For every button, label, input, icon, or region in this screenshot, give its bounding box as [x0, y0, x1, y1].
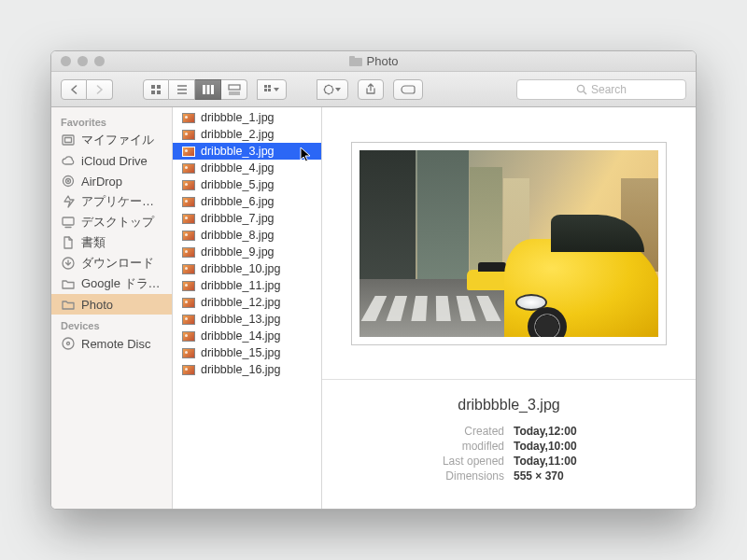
svg-rect-2 [151, 91, 155, 94]
svg-rect-7 [203, 85, 205, 94]
file-name: dribbble_2.jpg [201, 128, 275, 141]
svg-rect-15 [268, 85, 271, 88]
search-field[interactable]: Search [516, 79, 686, 100]
list-view-button[interactable] [169, 79, 195, 100]
sidebar: FavoritesマイファイルiCloud DriveAirDropアプリケー…… [51, 107, 173, 509]
sidebar-item[interactable]: Remote Disc [51, 333, 172, 354]
back-button[interactable] [61, 79, 87, 100]
window-body: FavoritesマイファイルiCloud DriveAirDropアプリケー…… [51, 107, 696, 509]
file-name: dribbble_16.jpg [201, 363, 281, 376]
arrange-button[interactable] [257, 79, 287, 100]
icon-view-button[interactable] [143, 79, 169, 100]
file-name: dribbble_8.jpg [201, 229, 275, 242]
minimize-dot[interactable] [78, 56, 88, 66]
sidebar-item[interactable]: マイファイル [51, 130, 172, 150]
file-name: dribbble_15.jpg [201, 346, 281, 359]
svg-rect-3 [157, 91, 161, 94]
file-thumbnail-icon [182, 247, 195, 258]
file-item[interactable]: dribbble_10.jpg [173, 260, 321, 277]
svg-point-37 [67, 343, 70, 345]
meta-value: Today,11:00 [514, 455, 696, 468]
svg-rect-33 [63, 217, 74, 225]
sidebar-item-label: AirDrop [81, 175, 122, 189]
preview-pane: dribbbble_3.jpg CreatedToday,12:00modifl… [322, 107, 696, 509]
sidebar-item-label: Remote Disc [81, 337, 150, 351]
nav-buttons [61, 79, 113, 100]
file-item[interactable]: dribbble_5.jpg [173, 176, 321, 193]
window-title: Photo [51, 54, 696, 68]
file-thumbnail-icon [182, 130, 195, 140]
folder-icon [61, 297, 76, 312]
action-group [317, 79, 348, 100]
sidebar-section-header: Devices [51, 315, 172, 333]
preview-filename: dribbbble_3.jpg [322, 397, 696, 413]
search-placeholder: Search [591, 83, 627, 96]
sidebar-item[interactable]: AirDrop [51, 171, 172, 191]
svg-rect-1 [157, 85, 161, 89]
file-thumbnail-icon [182, 298, 195, 308]
preview-frame [351, 142, 667, 345]
file-thumbnail-icon [182, 163, 195, 174]
sidebar-item[interactable]: アプリケー… [51, 191, 172, 212]
file-name: dribbble_13.jpg [201, 313, 281, 326]
meta-key: modifled [322, 440, 504, 453]
file-item[interactable]: dribbble_14.jpg [173, 328, 321, 344]
file-list[interactable]: dribbble_1.jpgdribbble_2.jpgdribbble_3.j… [173, 107, 322, 509]
meta-key: Dimensions [322, 469, 504, 483]
sidebar-item[interactable]: Google ドラ… [51, 273, 172, 294]
sidebar-item[interactable]: デスクトップ [51, 212, 172, 232]
window-title-text: Photo [367, 54, 399, 68]
file-item[interactable]: dribbble_16.jpg [173, 361, 321, 378]
svg-rect-16 [268, 89, 271, 91]
svg-rect-0 [151, 85, 155, 89]
tags-button[interactable] [393, 79, 423, 100]
file-item[interactable]: dribbble_15.jpg [173, 344, 321, 361]
share-button[interactable] [358, 79, 384, 100]
sidebar-item[interactable]: ダウンロード [51, 253, 172, 273]
file-thumbnail-icon [182, 147, 195, 157]
file-name: dribbble_14.jpg [201, 329, 281, 343]
file-thumbnail-icon [182, 197, 195, 207]
file-thumbnail-icon [182, 348, 195, 358]
file-thumbnail-icon [182, 214, 195, 224]
close-dot[interactable] [61, 56, 71, 66]
sidebar-item[interactable]: iCloud Drive [51, 150, 172, 171]
file-item[interactable]: dribbble_13.jpg [173, 311, 321, 328]
file-item[interactable]: dribbble_11.jpg [173, 277, 321, 294]
zoom-dot[interactable] [94, 56, 105, 66]
svg-rect-13 [264, 85, 267, 88]
sidebar-item[interactable]: 書類 [51, 232, 172, 253]
action-button[interactable] [317, 79, 348, 100]
svg-point-32 [67, 180, 69, 182]
svg-point-26 [577, 85, 584, 91]
meta-value: Today,10:00 [514, 440, 696, 453]
disc-icon [61, 336, 76, 351]
meta-key: Last opened [322, 455, 504, 468]
file-name: dribbble_9.jpg [201, 245, 275, 259]
coverflow-view-button[interactable] [221, 79, 247, 100]
sidebar-item[interactable]: Photo [51, 294, 172, 315]
file-item[interactable]: dribbble_2.jpg [173, 126, 321, 143]
file-item[interactable]: dribbble_7.jpg [173, 210, 321, 227]
svg-point-36 [63, 338, 74, 349]
titlebar: Photo [51, 51, 696, 72]
file-name: dribbble_12.jpg [201, 296, 281, 309]
meta-key: Created [322, 425, 504, 438]
svg-rect-9 [211, 85, 214, 94]
file-name: dribbble_7.jpg [201, 212, 275, 225]
cloud-icon [61, 153, 76, 168]
window-controls [51, 56, 105, 66]
svg-rect-10 [229, 85, 240, 90]
file-item[interactable]: dribbble_9.jpg [173, 244, 321, 260]
forward-button[interactable] [87, 79, 113, 100]
file-thumbnail-icon [182, 264, 195, 274]
file-name: dribbble_3.jpg [201, 145, 275, 158]
preview-image-area [322, 107, 696, 380]
file-item[interactable]: dribbble_12.jpg [173, 294, 321, 311]
svg-line-24 [325, 91, 326, 92]
file-item[interactable]: dribbble_8.jpg [173, 227, 321, 244]
apps-icon [61, 194, 76, 209]
file-item[interactable]: dribbble_1.jpg [173, 109, 321, 126]
column-view-button[interactable] [195, 79, 221, 100]
file-item[interactable]: dribbble_6.jpg [173, 193, 321, 210]
